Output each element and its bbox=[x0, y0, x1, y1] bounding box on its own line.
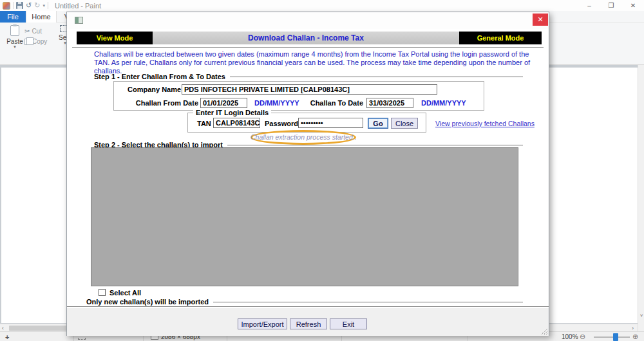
dialog-title: Download Challan - Income Tax bbox=[153, 32, 459, 44]
paint-titlebar: ↺ ↻ ▾ Untitled - Paint – ❐ ✕ bbox=[0, 0, 644, 11]
step1-heading: Step 1 - Enter Challan From & To Dates bbox=[94, 73, 523, 80]
divider bbox=[48, 2, 48, 9]
cut-copy-group: ✂ Cut Copy bbox=[24, 27, 47, 48]
extraction-status-message: Challan extraction process started.. bbox=[251, 133, 356, 141]
challan-to-date-field[interactable]: 31/03/2025 bbox=[366, 98, 413, 108]
password-field[interactable]: ••••••••• bbox=[298, 118, 363, 128]
paint-window-title: Untitled - Paint bbox=[55, 2, 101, 10]
divider bbox=[213, 302, 523, 303]
zoom-out-icon[interactable]: ⊖ bbox=[580, 333, 585, 341]
redo-icon[interactable]: ↻ bbox=[34, 2, 40, 9]
select-all-label: Select All bbox=[109, 289, 141, 297]
dialog-close-button[interactable]: ✕ bbox=[533, 14, 548, 26]
zoom-slider-thumb[interactable] bbox=[613, 333, 618, 341]
scissors-icon: ✂ bbox=[24, 28, 30, 35]
paste-caret-icon: ▾ bbox=[5, 45, 24, 49]
copy-icon bbox=[24, 39, 30, 45]
select-all-checkbox[interactable] bbox=[99, 289, 106, 296]
challan-list-panel[interactable] bbox=[91, 147, 518, 286]
mode-header-row: View Mode Download Challan - Income Tax … bbox=[77, 32, 542, 44]
scroll-down-icon[interactable]: ˅ bbox=[638, 313, 644, 318]
tan-label: TAN bbox=[197, 120, 211, 127]
step1-heading-label: Step 1 - Enter Challan From & To Dates bbox=[94, 73, 225, 80]
password-label: Password bbox=[265, 120, 298, 127]
challan-to-date-label: Challan To Date bbox=[305, 99, 363, 107]
view-mode-banner: View Mode bbox=[77, 32, 153, 44]
cut-button[interactable]: ✂ Cut bbox=[24, 27, 47, 35]
zoom-slider-track[interactable] bbox=[594, 336, 630, 338]
divider bbox=[227, 145, 523, 146]
cursor-position-icon: + bbox=[5, 333, 9, 341]
save-icon[interactable] bbox=[16, 2, 23, 9]
company-name-label: Company Name bbox=[128, 86, 179, 93]
download-challan-dialog: ✕ View Mode Download Challan - Income Ta… bbox=[66, 12, 549, 336]
dialog-footer: Import/Export Refresh Exit bbox=[67, 308, 549, 336]
restore-button[interactable]: ❐ bbox=[600, 0, 622, 10]
customize-toolbar-caret-icon[interactable]: ▾ bbox=[43, 3, 45, 8]
minimize-button[interactable]: – bbox=[578, 0, 600, 10]
to-date-format-hint: DD/MM/YYYY bbox=[421, 99, 466, 107]
it-login-legend: Enter IT Login Details bbox=[193, 109, 271, 116]
import-note-label: Only new challan(s) will be imported bbox=[86, 298, 209, 306]
import-note-row: Only new challan(s) will be imported bbox=[86, 298, 523, 306]
tab-file[interactable]: File bbox=[0, 11, 26, 23]
copy-label: Copy bbox=[32, 38, 47, 45]
resize-grip[interactable] bbox=[541, 328, 547, 335]
import-export-button[interactable]: Import/Export bbox=[238, 318, 287, 329]
paint-window-controls: – ❐ ✕ bbox=[578, 0, 644, 10]
from-date-format-hint: DD/MM/YYYY bbox=[254, 99, 299, 107]
divider bbox=[13, 2, 14, 9]
divider bbox=[72, 47, 544, 48]
challan-from-date-label: Challan From Date bbox=[134, 99, 198, 107]
clipboard-icon bbox=[10, 25, 19, 36]
dialog-titlebar: ✕ bbox=[67, 12, 549, 29]
exit-button[interactable]: Exit bbox=[330, 318, 367, 329]
login-close-button[interactable]: Close bbox=[391, 118, 418, 129]
divider bbox=[67, 306, 549, 308]
challan-from-date-field[interactable]: 01/01/2025 bbox=[200, 98, 247, 108]
refresh-button[interactable]: Refresh bbox=[290, 318, 327, 329]
dialog-form-icon bbox=[75, 17, 83, 24]
screen: ↺ ↻ ▾ Untitled - Paint – ❐ ✕ File Home V… bbox=[0, 0, 644, 341]
vertical-scrollbar[interactable]: ˅ bbox=[638, 65, 644, 331]
paste-button[interactable]: Paste ▾ bbox=[5, 25, 24, 49]
view-fetched-challans-link[interactable]: View previously fetched Challans bbox=[435, 120, 535, 127]
close-button[interactable]: ✕ bbox=[622, 0, 644, 10]
instructions-text: Challans will be extracted between two g… bbox=[94, 50, 537, 75]
general-mode-banner: General Mode bbox=[459, 32, 542, 44]
company-name-field[interactable]: PDS INFOTECH PRIVATE LIMITED [CALP08143C… bbox=[182, 84, 437, 95]
zoom-level-value: 100% bbox=[562, 333, 578, 340]
cut-label: Cut bbox=[32, 28, 42, 35]
undo-icon[interactable]: ↺ bbox=[26, 2, 32, 9]
go-button[interactable]: Go bbox=[368, 118, 388, 129]
zoom-in-icon[interactable]: ⊕ bbox=[632, 333, 638, 341]
copy-button[interactable]: Copy bbox=[24, 37, 47, 46]
divider bbox=[230, 77, 523, 78]
quick-access-toolbar: ↺ ↻ ▾ Untitled - Paint bbox=[0, 0, 101, 11]
paint-logo-icon bbox=[3, 2, 10, 10]
tab-home[interactable]: Home bbox=[26, 11, 57, 23]
tan-field[interactable]: CALP08143C bbox=[213, 118, 260, 128]
